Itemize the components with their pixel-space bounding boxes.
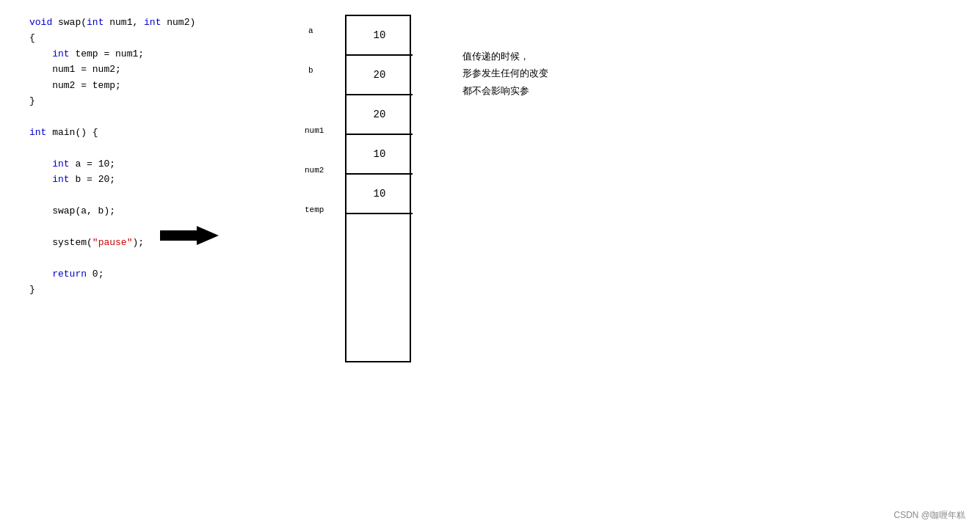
stack-cell-b: 20 xyxy=(346,56,413,95)
value-num1: 20 xyxy=(374,109,386,120)
footer: CSDN @咖喱年糕 xyxy=(893,509,965,522)
footer-text: CSDN @咖喱年糕 xyxy=(893,510,965,520)
label-b: b xyxy=(308,66,313,75)
stack-cell-empty xyxy=(346,214,413,361)
keyword-int3: int xyxy=(52,48,69,59)
value-num2: 10 xyxy=(374,148,386,160)
keyword-int1: int xyxy=(87,17,104,28)
stack-diagram: a b num1 num2 temp 10 20 20 10 10 xyxy=(345,15,411,362)
keyword-int4: int xyxy=(29,127,46,138)
value-b: 20 xyxy=(374,69,386,81)
label-a: a xyxy=(308,26,313,35)
keyword-return: return xyxy=(52,269,87,280)
value-temp: 10 xyxy=(374,188,386,200)
stack-container: 10 20 20 10 10 xyxy=(345,15,411,362)
keyword-int6: int xyxy=(52,174,69,185)
string-pause: "pause" xyxy=(92,237,133,248)
stack-cell-temp: 10 xyxy=(346,175,413,214)
code-block: void swap(int num1, int num2) { int temp… xyxy=(29,15,195,298)
stack-cell-num1: 20 xyxy=(346,95,413,135)
stack-cell-a: 10 xyxy=(346,16,413,56)
label-temp: temp xyxy=(305,205,324,214)
label-num1: num1 xyxy=(305,126,324,135)
arrow-indicator xyxy=(160,225,219,252)
stack-wrapper: a b num1 num2 temp 10 20 20 10 10 xyxy=(345,15,411,362)
page-content: void swap(int num1, int num2) { int temp… xyxy=(0,0,980,529)
note-text: 值传递的时候， 形参发生任何的改变 都不会影响实参 xyxy=(462,48,548,99)
keyword-void: void xyxy=(29,17,52,28)
note-line3: 都不会影响实参 xyxy=(462,82,548,99)
stack-cell-num2: 10 xyxy=(346,135,413,175)
note-line1: 值传递的时候， xyxy=(462,48,548,65)
arrow-shape xyxy=(160,226,219,245)
label-num2: num2 xyxy=(305,166,324,175)
keyword-int5: int xyxy=(52,158,69,169)
note-line2: 形参发生任何的改变 xyxy=(462,65,548,81)
keyword-int2: int xyxy=(144,17,161,28)
value-a: 10 xyxy=(374,29,386,41)
